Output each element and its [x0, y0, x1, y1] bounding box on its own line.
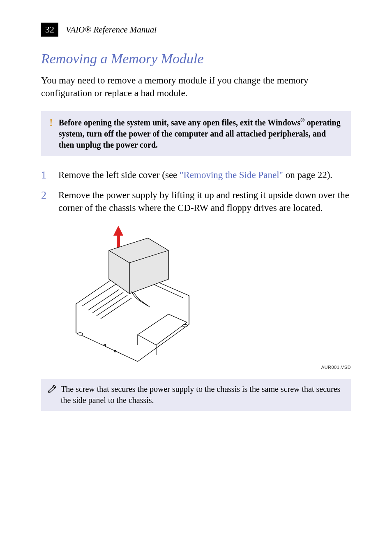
step-body: Remove the power supply by lifting it up…	[58, 189, 351, 214]
figure: AUR001.VSD	[41, 222, 351, 370]
step-1: 1 Remove the left side cover (see "Remov…	[41, 169, 351, 181]
svg-point-17	[182, 324, 187, 327]
document-page: 32 VAIO® Reference Manual Removing a Mem…	[0, 0, 392, 551]
step-body: Remove the left side cover (see "Removin…	[58, 169, 332, 181]
svg-rect-18	[53, 385, 56, 388]
crossref-link[interactable]: "Removing the Side Panel"	[180, 170, 283, 180]
page-number-box: 32	[41, 23, 58, 37]
step-number: 2	[41, 189, 51, 214]
svg-point-15	[114, 350, 116, 352]
section-heading: Removing a Memory Module	[41, 51, 351, 67]
intro-paragraph: You may need to remove a memory module i…	[41, 74, 351, 100]
step-number: 1	[41, 169, 51, 181]
chassis-illustration	[66, 222, 197, 366]
step-text-before-link: Remove the left side cover (see	[58, 170, 180, 180]
svg-marker-0	[113, 226, 123, 236]
warning-text-before: Before opening the system unit, save any…	[59, 118, 300, 127]
svg-point-16	[78, 333, 83, 335]
running-header: 32 VAIO® Reference Manual	[41, 23, 351, 37]
page-number: 32	[45, 24, 54, 35]
warning-sup: ®	[300, 117, 304, 123]
warning-callout: ! Before opening the system unit, save a…	[41, 111, 351, 156]
figure-caption: AUR001.VSD	[321, 365, 351, 370]
warning-icon: !	[49, 117, 53, 150]
chassis-drawing-icon	[76, 238, 189, 361]
lift-arrow-icon	[113, 226, 123, 250]
running-title: VAIO® Reference Manual	[66, 25, 157, 35]
warning-text: Before opening the system unit, save any…	[59, 117, 343, 150]
note-text: The screw that secures the power supply …	[61, 384, 344, 406]
step-text: Remove the power supply by lifting it up…	[58, 190, 349, 213]
steps-list: 1 Remove the left side cover (see "Remov…	[41, 169, 351, 214]
note-icon	[48, 384, 57, 406]
svg-point-14	[104, 344, 106, 346]
step-2: 2 Remove the power supply by lifting it …	[41, 189, 351, 214]
note-callout: The screw that secures the power supply …	[41, 379, 351, 411]
step-text-after-link: on page 22).	[283, 170, 332, 180]
